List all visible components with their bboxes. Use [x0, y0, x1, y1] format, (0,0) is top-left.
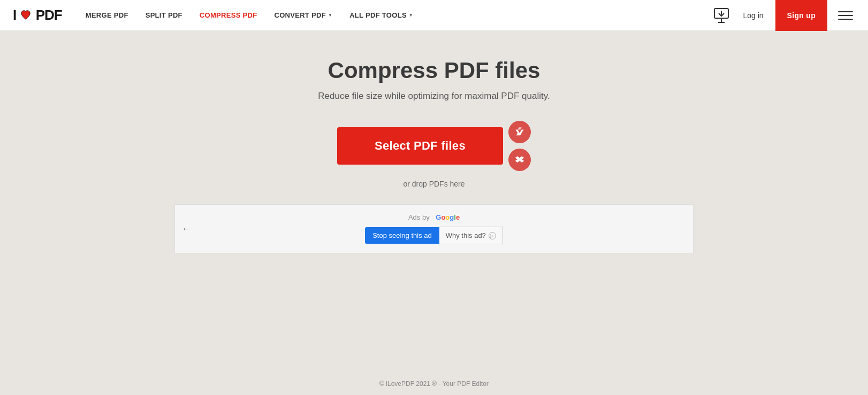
page-title: Compress PDF files — [328, 58, 540, 83]
hamburger-line-1 — [838, 11, 853, 12]
nav-compress-pdf[interactable]: COMPRESS PDF — [193, 7, 264, 24]
ads-by-google-label: Ads by Google — [408, 213, 460, 221]
hamburger-line-3 — [838, 19, 853, 20]
drop-text: or drop PDFs here — [403, 180, 465, 188]
upload-area: Select PDF files — [337, 121, 531, 171]
cloud-upload-icons — [508, 121, 531, 171]
why-this-ad-label: Why this ad? — [446, 231, 486, 239]
desktop-download-icon[interactable] — [712, 6, 731, 25]
header-right: Log in Sign up — [712, 0, 855, 31]
signup-button[interactable]: Sign up — [775, 0, 827, 31]
google-drive-upload-button[interactable] — [508, 121, 531, 143]
hamburger-menu-button[interactable] — [836, 6, 855, 25]
logo[interactable]: I PDF — [13, 7, 62, 24]
google-logo-text: Google — [436, 213, 460, 221]
nav-split-pdf[interactable]: SPLIT PDF — [139, 7, 189, 24]
nav-convert-pdf[interactable]: CONVERT PDF — [268, 7, 339, 24]
ad-container: ← Ads by Google Stop seeing this ad Why … — [174, 204, 694, 253]
why-this-ad-button[interactable]: Why this ad? ▷ — [439, 227, 503, 244]
dropbox-upload-button[interactable] — [508, 149, 531, 171]
main-nav: MERGE PDF SPLIT PDF COMPRESS PDF CONVERT… — [79, 7, 712, 24]
login-link[interactable]: Log in — [737, 8, 768, 23]
ad-controls: Stop seeing this ad Why this ad? ▷ — [365, 227, 503, 244]
select-files-button[interactable]: Select PDF files — [337, 127, 503, 165]
back-arrow-icon[interactable]: ← — [181, 223, 191, 235]
footer-text: © iLovePDF 2021 ® - Your PDF Editor — [379, 380, 489, 388]
page-subtitle: Reduce file size while optimizing for ma… — [318, 91, 550, 102]
hamburger-line-2 — [838, 15, 853, 16]
why-icon: ▷ — [489, 232, 496, 239]
logo-heart-icon — [20, 9, 32, 21]
nav-merge-pdf[interactable]: MERGE PDF — [79, 7, 135, 24]
logo-text: I PDF — [13, 7, 62, 24]
nav-all-pdf-tools[interactable]: ALL PDF TOOLS — [343, 7, 420, 24]
stop-seeing-ad-button[interactable]: Stop seeing this ad — [365, 227, 439, 244]
